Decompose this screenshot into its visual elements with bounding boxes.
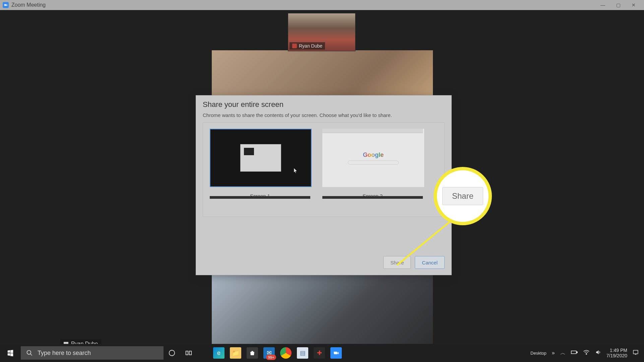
screen-option-1[interactable]: Screen 1 (210, 129, 310, 199)
window-title-bar: Zoom Meeting — ▢ ✕ (0, 0, 644, 10)
window-maximize-button[interactable]: ▢ (610, 0, 626, 10)
svg-rect-4 (186, 351, 188, 355)
tray-chevron-up-icon[interactable]: ︿ (560, 350, 566, 357)
tray-desktop-label[interactable]: Desktop (530, 351, 546, 356)
self-view-video[interactable]: Ryan Dube (288, 13, 356, 51)
share-button[interactable]: Share (383, 256, 411, 269)
svg-point-3 (169, 350, 175, 356)
cortana-button[interactable] (164, 344, 180, 362)
taskbar-search[interactable]: Type here to search (21, 346, 164, 360)
share-screen-dialog: Share your entire screen Chrome wants to… (196, 95, 452, 275)
participant-video-lower (212, 275, 433, 349)
taskbar-app-notepad[interactable]: ▤ (294, 344, 311, 362)
cursor-icon (294, 168, 298, 174)
screen-root: Zoom Meeting — ▢ ✕ Ryan Dube Ryan Dube S… (0, 0, 644, 362)
cancel-button[interactable]: Cancel (415, 256, 445, 269)
svg-rect-6 (571, 351, 576, 354)
windows-taskbar: Type here to search e 📁 ✉99+ ▤ ✚ Desktop… (0, 344, 644, 362)
taskbar-app-zoom[interactable] (328, 344, 344, 362)
tray-wifi-icon[interactable] (583, 350, 590, 356)
dialog-subtitle: Chrome wants to share the contents of yo… (203, 112, 392, 118)
window-title: Zoom Meeting (11, 2, 46, 8)
search-icon (26, 350, 33, 356)
svg-point-1 (27, 351, 31, 355)
taskbar-app-explorer[interactable]: 📁 (227, 344, 244, 362)
taskbar-app-edge[interactable]: e (210, 344, 227, 362)
share-callout-label: Share (442, 187, 483, 205)
taskbar-app-mail[interactable]: ✉99+ (261, 344, 277, 362)
screen-1-thumbnail (210, 129, 312, 187)
svg-rect-5 (189, 351, 191, 355)
tray-notifications-icon[interactable] (633, 349, 639, 357)
screen-option-2[interactable]: Google Screen 2 (322, 129, 423, 199)
tray-volume-icon[interactable] (595, 349, 601, 357)
tray-clock[interactable]: 1:49 PM 7/19/2020 (606, 348, 627, 358)
taskbar-search-placeholder: Type here to search (38, 350, 91, 357)
taskbar-app-chrome[interactable] (277, 344, 294, 362)
mail-badge: 99+ (266, 355, 276, 360)
tray-overflow-icon[interactable]: » (552, 350, 555, 356)
screen-thumbnails-area: Screen 1 Google Screen 2 (203, 122, 445, 217)
share-callout: Share (434, 167, 492, 225)
windows-logo-icon (7, 349, 14, 357)
self-view-name: Ryan Dube (299, 43, 322, 49)
task-view-button[interactable] (180, 344, 197, 362)
taskbar-app-store[interactable] (244, 344, 261, 362)
screen-2-thumbnail: Google (322, 129, 424, 187)
self-view-name-pill: Ryan Dube (289, 42, 325, 50)
svg-line-2 (30, 354, 32, 356)
svg-rect-7 (576, 352, 577, 353)
mute-icon (292, 44, 297, 48)
zoom-window: Zoom Meeting — ▢ ✕ Ryan Dube Ryan Dube S… (0, 0, 644, 362)
zoom-app-icon (3, 2, 9, 8)
dialog-button-row: Share Cancel (383, 256, 445, 269)
svg-point-8 (586, 354, 587, 355)
window-close-button[interactable]: ✕ (626, 0, 641, 10)
tray-battery-icon[interactable] (571, 350, 578, 356)
tray-date: 7/19/2020 (606, 353, 627, 358)
window-minimize-button[interactable]: — (595, 0, 610, 10)
svg-rect-9 (633, 350, 638, 354)
start-button[interactable] (0, 344, 21, 362)
tray-time: 1:49 PM (606, 348, 627, 353)
taskbar-app-generic[interactable]: ✚ (311, 344, 328, 362)
system-tray: Desktop » ︿ 1:49 PM 7/19/2020 (530, 348, 644, 358)
dialog-title: Share your entire screen (203, 100, 283, 109)
